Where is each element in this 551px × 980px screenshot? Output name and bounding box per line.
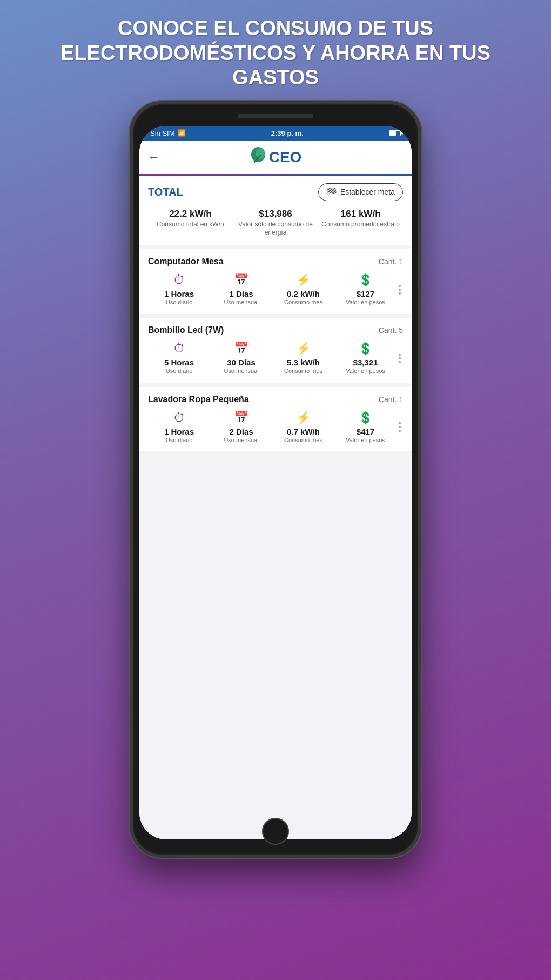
device-days-desc-1: Uso mensual bbox=[224, 367, 258, 375]
home-button[interactable] bbox=[262, 818, 289, 845]
bolt-icon-2: ⚡ bbox=[296, 411, 311, 425]
more-dot-9 bbox=[399, 430, 401, 432]
more-dot-8 bbox=[399, 426, 401, 428]
device-stat-kwh-0: ⚡ 0.2 kW/h Consumo mes bbox=[272, 273, 334, 306]
side-button-vol-up bbox=[130, 202, 130, 223]
more-options-button-2[interactable] bbox=[397, 420, 403, 434]
app-logo: CEO bbox=[250, 147, 302, 168]
device-hours-desc-1: Uso diario bbox=[166, 367, 193, 375]
device-kwh-value-0: 0.2 kW/h bbox=[287, 289, 320, 298]
device-stat-pesos-2: 💲 $417 Valor en pesos bbox=[334, 411, 397, 444]
device-days-value-1: 30 Días bbox=[227, 358, 256, 367]
bolt-icon-0: ⚡ bbox=[296, 273, 311, 287]
logo-leaf-icon bbox=[250, 147, 267, 168]
total-stats: 22.2 kW/h Consumo total en kW/h $13,986 … bbox=[148, 209, 403, 237]
more-dot-6 bbox=[399, 361, 401, 363]
flag-icon: 🏁 bbox=[326, 187, 337, 197]
device-stat-days-2: 📅 2 Días Uso mensual bbox=[210, 411, 272, 444]
more-dot-3 bbox=[399, 292, 401, 295]
device-stats-2: ⏱ 1 Horas Uso diario 📅 2 Días Uso mensua… bbox=[148, 411, 403, 444]
total-stat-value: $13,986 Valor sólo de consumo de energía bbox=[233, 209, 318, 237]
total-kwh-desc: Consumo total en kW/h bbox=[148, 221, 233, 229]
device-name-1: Bombillo Led (7W) bbox=[148, 325, 224, 335]
clock-icon-1: ⏱ bbox=[173, 342, 185, 356]
device-stat-pesos-0: 💲 $127 Valor en pesos bbox=[334, 273, 397, 306]
device-hours-desc-0: Uso diario bbox=[166, 298, 193, 306]
establecer-meta-button[interactable]: 🏁 Establecer meta bbox=[318, 183, 403, 201]
device-header-1: Bombillo Led (7W) Cant. 5 bbox=[148, 325, 403, 335]
device-days-value-0: 1 Días bbox=[229, 289, 253, 298]
device-cant-2: Cant. 1 bbox=[379, 395, 403, 404]
device-stat-pesos-1: 💲 $3,321 Valor en pesos bbox=[334, 342, 397, 375]
clock-icon-2: ⏱ bbox=[173, 411, 185, 425]
total-avg-value: 161 kW/h bbox=[318, 209, 403, 219]
time-label: 2:39 p. m. bbox=[271, 129, 304, 137]
back-button[interactable]: ← bbox=[148, 150, 160, 164]
clock-icon-0: ⏱ bbox=[173, 273, 185, 287]
device-kwh-value-2: 0.7 kW/h bbox=[287, 427, 320, 436]
device-stat-kwh-2: ⚡ 0.7 kW/h Consumo mes bbox=[272, 411, 334, 444]
device-hours-value-2: 1 Horas bbox=[164, 427, 194, 436]
device-stat-hours-2: ⏱ 1 Horas Uso diario bbox=[148, 411, 210, 444]
device-hours-desc-2: Uso diario bbox=[166, 436, 193, 444]
total-header: TOTAL 🏁 Establecer meta bbox=[148, 183, 403, 201]
calendar-icon-1: 📅 bbox=[234, 342, 248, 356]
phone-frame: Sin SIM 📶 2:39 p. m. ← CEO bbox=[130, 101, 421, 858]
device-stats-0: ⏱ 1 Horas Uso diario 📅 1 Días Uso mensua… bbox=[148, 273, 403, 306]
device-cant-0: Cant. 1 bbox=[379, 257, 403, 266]
device-hours-value-1: 5 Horas bbox=[164, 358, 194, 367]
app-header: ← CEO bbox=[139, 141, 412, 176]
device-stats-1: ⏱ 5 Horas Uso diario 📅 30 Días Uso mensu… bbox=[148, 342, 403, 375]
more-dot-2 bbox=[399, 289, 401, 291]
device-kwh-desc-1: Consumo mes bbox=[284, 367, 322, 375]
more-options-button-1[interactable] bbox=[397, 351, 403, 365]
device-stat-hours-0: ⏱ 1 Horas Uso diario bbox=[148, 273, 210, 306]
device-header-0: Computador Mesa Cant. 1 bbox=[148, 257, 403, 266]
side-button-vol-down bbox=[130, 231, 130, 253]
dollar-icon-2: 💲 bbox=[358, 411, 373, 425]
more-dot-7 bbox=[399, 422, 401, 424]
status-bar: Sin SIM 📶 2:39 p. m. bbox=[139, 126, 412, 141]
device-header-2: Lavadora Ropa Pequeña Cant. 1 bbox=[148, 395, 403, 404]
side-button-power bbox=[421, 212, 421, 245]
device-stat-kwh-1: ⚡ 5.3 kW/h Consumo mes bbox=[272, 342, 334, 375]
device-stat-days-1: 📅 30 Días Uso mensual bbox=[210, 342, 272, 375]
device-pesos-value-2: $417 bbox=[357, 427, 374, 436]
device-cant-1: Cant. 5 bbox=[379, 326, 403, 335]
dollar-icon-1: 💲 bbox=[358, 342, 373, 356]
device-name-0: Computador Mesa bbox=[148, 257, 224, 266]
device-card-1: Bombillo Led (7W) Cant. 5 ⏱ 5 Horas Uso … bbox=[139, 318, 412, 382]
device-stat-days-0: 📅 1 Días Uso mensual bbox=[210, 273, 272, 306]
battery-icon bbox=[389, 130, 401, 136]
device-kwh-value-1: 5.3 kW/h bbox=[287, 358, 320, 367]
more-options-button-0[interactable] bbox=[397, 283, 403, 297]
side-button-silent bbox=[130, 261, 130, 283]
more-dot-1 bbox=[399, 285, 401, 287]
calendar-icon-0: 📅 bbox=[234, 273, 248, 287]
device-pesos-value-0: $127 bbox=[357, 289, 374, 298]
total-section: TOTAL 🏁 Establecer meta 22.2 kW/h Consum… bbox=[139, 176, 412, 245]
meta-button-label: Establecer meta bbox=[340, 188, 395, 196]
page-title: CONOCE EL CONSUMO DE TUS ELECTRODOMÉSTIC… bbox=[16, 0, 535, 101]
device-name-2: Lavadora Ropa Pequeña bbox=[148, 395, 249, 404]
more-dot-4 bbox=[399, 354, 401, 356]
device-days-desc-2: Uso mensual bbox=[224, 436, 258, 444]
device-kwh-desc-0: Consumo mes bbox=[284, 298, 322, 306]
bolt-icon-1: ⚡ bbox=[296, 342, 311, 356]
total-label: TOTAL bbox=[148, 186, 183, 198]
wifi-icon: 📶 bbox=[178, 129, 186, 137]
phone-screen: Sin SIM 📶 2:39 p. m. ← CEO bbox=[139, 126, 412, 839]
calendar-icon-2: 📅 bbox=[234, 411, 248, 425]
device-pesos-desc-0: Valor en pesos bbox=[346, 298, 385, 306]
device-pesos-desc-2: Valor en pesos bbox=[346, 436, 385, 444]
device-kwh-desc-2: Consumo mes bbox=[284, 436, 322, 444]
device-days-value-2: 2 Días bbox=[229, 427, 253, 436]
total-money-desc: Valor sólo de consumo de energía bbox=[233, 221, 318, 237]
scroll-content[interactable]: TOTAL 🏁 Establecer meta 22.2 kW/h Consum… bbox=[139, 176, 412, 839]
total-avg-desc: Consumo promedio estrato bbox=[318, 221, 403, 229]
more-dot-5 bbox=[399, 357, 401, 359]
device-card-0: Computador Mesa Cant. 1 ⏱ 1 Horas Uso di… bbox=[139, 249, 412, 314]
device-pesos-value-1: $3,321 bbox=[353, 358, 378, 367]
total-kwh-value: 22.2 kW/h bbox=[148, 209, 233, 219]
dollar-icon-0: 💲 bbox=[358, 273, 373, 287]
